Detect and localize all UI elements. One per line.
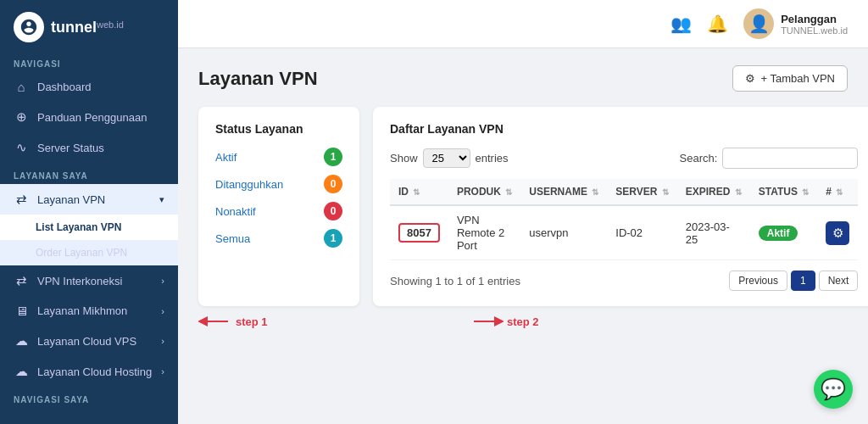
sidebar-item-layanan-vpn[interactable]: ⇄ Layanan VPN ▾ [0, 184, 178, 215]
page-1-button[interactable]: 1 [791, 271, 815, 291]
cell-status: Aktif [750, 205, 818, 260]
nav-section-navigasi-saya: NAVIGASI SAYA [0, 387, 178, 408]
status-row-semua[interactable]: Semua 1 [215, 229, 342, 248]
sidebar-item-vpn-interkoneksi[interactable]: ⇄ VPN Interkoneksi › [0, 265, 178, 296]
cell-username: uservpn [520, 205, 607, 260]
whatsapp-fab[interactable]: 💬 [814, 370, 853, 409]
col-server: SERVER ⇅ [607, 179, 676, 205]
chevron-right-icon: › [161, 336, 164, 346]
search-label: Search: [680, 152, 718, 165]
entries-select[interactable]: 25 50 100 [423, 148, 470, 168]
sidebar-item-dashboard[interactable]: ⌂ Dashboard [0, 72, 178, 102]
sidebar-item-panduan[interactable]: ⊕ Panduan Penggunaan [0, 102, 178, 132]
status-row-ditangguhkan[interactable]: Ditangguhkan 0 [215, 175, 342, 193]
table-controls: Show 25 50 100 entries Search: [390, 148, 858, 169]
status-row-aktif[interactable]: Aktif 1 [215, 148, 342, 166]
pagination: Previous 1 Next [729, 271, 858, 291]
col-status: STATUS ⇅ [750, 179, 818, 205]
status-row-nonaktif[interactable]: Nonaktif 0 [215, 202, 342, 220]
id-value: 8057 [398, 223, 440, 243]
logo: tunnelweb.id [0, 0, 178, 51]
sidebar-item-label: Layanan Cloud VPS [37, 335, 136, 348]
status-badge-nonaktif: 0 [324, 202, 342, 220]
sidebar-item-label: VPN Interkoneksi [37, 275, 122, 287]
footer-text: Showing 1 to 1 of 1 entries [390, 275, 520, 287]
status-badge-semua: 1 [324, 229, 342, 248]
sidebar-item-cloud-hosting[interactable]: ☁ Layanan Cloud Hosting › [0, 356, 178, 387]
status-aktif-badge: Aktif [759, 226, 798, 241]
col-username: USERNAME ⇅ [520, 179, 607, 205]
sidebar-item-cloud-vps[interactable]: ☁ Layanan Cloud VPS › [0, 326, 178, 356]
sidebar-item-label: Layanan Mikhmon [37, 304, 127, 317]
search-box: Search: [680, 148, 859, 169]
user-menu[interactable]: 👤 Pelanggan TUNNEL.web.id [743, 8, 848, 39]
step1-label: step 1 [236, 315, 268, 328]
sort-arrows-expired: ⇅ [735, 187, 742, 197]
cell-id: 8057 [390, 205, 448, 260]
col-action: # ⇅ [817, 179, 858, 205]
page-header: Layanan VPN ⚙ + Tambah VPN [198, 65, 848, 92]
chevron-right-icon: › [161, 366, 164, 377]
nav-section-layanan: LAYANAN SAYA [0, 163, 178, 184]
table-row: 8057 VPN Remote 2 Port uservpn ID-02 202… [390, 205, 858, 260]
table-footer: Showing 1 to 1 of 1 entries Previous 1 N… [390, 271, 858, 291]
avatar: 👤 [743, 8, 774, 39]
server-icon: ∿ [14, 140, 29, 155]
status-layanan-card: Status Layanan Aktif 1 Ditangguhkan 0 No… [198, 107, 359, 306]
step2-label: step 2 [507, 315, 539, 328]
status-card-title: Status Layanan [215, 122, 342, 136]
nav-section-navigasi: NAVIGASI [0, 51, 178, 72]
page-title: Layanan VPN [198, 68, 318, 90]
sidebar-item-mikhmon[interactable]: 🖥 Layanan Mikhmon › [0, 296, 178, 326]
sidebar-item-label: Panduan Penggunaan [37, 111, 147, 124]
cloud-vps-icon: ☁ [14, 333, 29, 349]
step2-arrow-icon [470, 313, 504, 330]
book-icon: ⊕ [14, 109, 29, 125]
sort-arrows-action: ⇅ [836, 187, 843, 197]
mikhmon-icon: 🖥 [14, 304, 29, 318]
daftar-layanan-vpn-card: Daftar Layanan VPN Show 25 50 100 entrie… [373, 107, 868, 306]
user-subdomain: TUNNEL.web.id [781, 25, 848, 36]
logo-icon [14, 12, 44, 42]
daftar-card-title: Daftar Layanan VPN [390, 122, 858, 136]
sidebar-item-label: Server Status [37, 142, 104, 154]
sort-arrows-username: ⇅ [592, 187, 598, 197]
show-entries: Show 25 50 100 entries [390, 148, 509, 168]
sidebar-subitem-label: Order Layanan VPN [36, 247, 127, 259]
sidebar-item-label: Layanan Cloud Hosting [37, 365, 152, 378]
chevron-right-icon: › [161, 276, 164, 286]
status-label-nonaktif: Nonaktif [215, 205, 256, 218]
main-content: 👥 🔔 👤 Pelanggan TUNNEL.web.id Layanan VP… [178, 0, 868, 424]
sidebar-item-list-layanan-vpn[interactable]: List Layanan VPN [0, 215, 178, 240]
users-icon[interactable]: 👥 [670, 14, 692, 34]
add-vpn-button[interactable]: ⚙ + Tambah VPN [732, 65, 848, 92]
show-label: Show [390, 152, 418, 165]
add-vpn-label: + Tambah VPN [760, 72, 835, 85]
sidebar-item-label: Dashboard [37, 81, 92, 93]
status-label-aktif: Aktif [215, 151, 236, 164]
cloud-hosting-icon: ☁ [14, 364, 29, 379]
home-icon: ⌂ [14, 80, 29, 94]
settings-button[interactable]: ⚙ [826, 221, 849, 245]
sort-arrows-server: ⇅ [662, 187, 669, 197]
add-icon: ⚙ [745, 72, 755, 85]
col-produk: PRODUK ⇅ [448, 179, 520, 205]
sort-arrows-status: ⇅ [802, 187, 809, 197]
sidebar-item-label: Layanan VPN [37, 193, 105, 206]
status-badge-aktif: 1 [324, 148, 342, 166]
content-row: Status Layanan Aktif 1 Ditangguhkan 0 No… [198, 107, 848, 306]
next-button[interactable]: Next [819, 271, 859, 291]
search-input[interactable] [722, 148, 858, 169]
step-annotations: step 1 step 2 [198, 313, 848, 340]
sidebar-item-server-status[interactable]: ∿ Server Status [0, 132, 178, 163]
sidebar-item-order-layanan-vpn[interactable]: Order Layanan VPN [0, 240, 178, 265]
bell-icon[interactable]: 🔔 [707, 14, 728, 34]
col-id: ID ⇅ [390, 179, 448, 205]
logo-text: tunnelweb.id [51, 19, 124, 36]
prev-button[interactable]: Previous [729, 271, 787, 291]
sidebar-subitem-label: List Layanan VPN [36, 221, 121, 233]
cell-server: ID-02 [607, 205, 676, 260]
cell-action: ⚙ [817, 205, 858, 260]
page-content: Layanan VPN ⚙ + Tambah VPN Status Layana… [178, 48, 868, 424]
header: 👥 🔔 👤 Pelanggan TUNNEL.web.id [178, 0, 868, 48]
